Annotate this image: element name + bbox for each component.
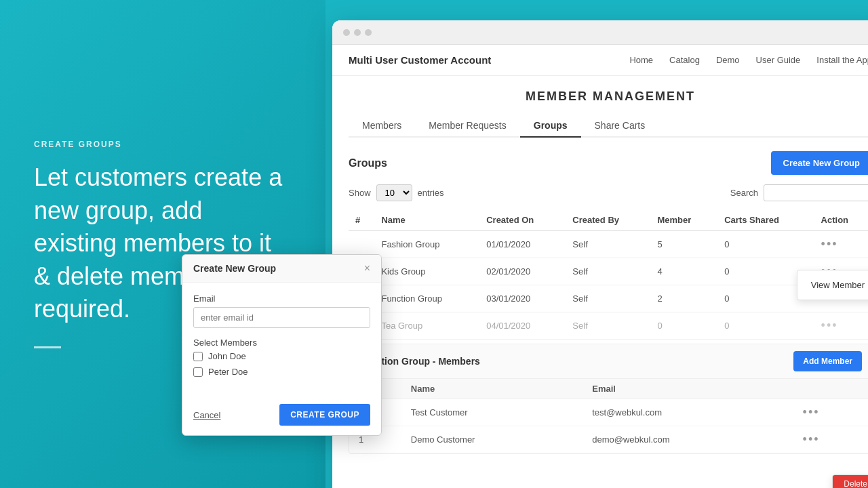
member-col-action bbox=[793, 379, 868, 399]
member-name: Demo Customer bbox=[401, 426, 583, 453]
select-members-form-group: Select Members John Doe Peter Doe bbox=[193, 338, 370, 377]
row-member: 5 bbox=[651, 231, 718, 258]
row-created-by: Self bbox=[566, 258, 650, 285]
list-item: 1 Demo Customer demo@webkul.com ••• bbox=[349, 426, 868, 453]
members-header: Function Group - Members Add Member bbox=[349, 344, 868, 379]
row-created-on: 02/01/2020 bbox=[479, 258, 566, 285]
john-doe-label: John Doe bbox=[208, 351, 246, 361]
row-carts-shared: 0 bbox=[717, 312, 814, 340]
app-brand: Multi User Customer Account bbox=[349, 54, 491, 66]
search-box: Search bbox=[730, 184, 868, 201]
dots-menu-icon[interactable]: ••• bbox=[803, 432, 820, 446]
section-subtitle: CREATE GROUPS bbox=[34, 140, 292, 149]
select-members-label: Select Members bbox=[193, 338, 370, 348]
context-menu: View Member bbox=[797, 270, 868, 300]
col-hash: # bbox=[349, 209, 374, 231]
row-member: 0 bbox=[651, 312, 718, 340]
divider bbox=[34, 346, 61, 348]
row-member: 4 bbox=[651, 258, 718, 285]
create-group-submit-button[interactable]: CREATE GROUP bbox=[279, 404, 370, 426]
show-entries: Show 10 25 50 entries bbox=[349, 184, 444, 201]
search-label: Search bbox=[730, 188, 758, 198]
tab-groups[interactable]: Groups bbox=[520, 115, 581, 138]
member-col-email: Email bbox=[583, 379, 793, 399]
nav-demo[interactable]: Demo bbox=[716, 55, 740, 65]
col-member: Member bbox=[651, 209, 718, 231]
peter-doe-label: Peter Doe bbox=[208, 367, 248, 377]
email-input[interactable] bbox=[193, 307, 370, 328]
entries-label: entries bbox=[418, 188, 444, 198]
table-row: Function Group 03/01/2020 Self 2 0 ••• bbox=[349, 285, 868, 312]
add-member-button[interactable]: Add Member bbox=[793, 351, 862, 371]
browser-dot-2 bbox=[354, 29, 361, 36]
member-checkbox-peter[interactable]: Peter Doe bbox=[193, 367, 370, 377]
entries-select[interactable]: 10 25 50 bbox=[376, 184, 412, 201]
checkbox-group: John Doe Peter Doe bbox=[193, 351, 370, 377]
member-email: test@webkul.com bbox=[583, 399, 793, 426]
table-row: Kids Group 02/01/2020 Self 4 0 ••• bbox=[349, 258, 868, 285]
dots-menu-icon[interactable]: ••• bbox=[821, 319, 838, 332]
app-nav: Multi User Customer Account Home Catalog… bbox=[332, 45, 868, 76]
create-new-group-button[interactable]: Create New Group bbox=[771, 151, 868, 175]
row-name: Function Group bbox=[374, 285, 479, 312]
row-action[interactable]: ••• bbox=[814, 312, 868, 340]
nav-catalog[interactable]: Catalog bbox=[669, 55, 700, 65]
col-name: Name bbox=[374, 209, 479, 231]
cancel-button[interactable]: Cancel bbox=[193, 410, 220, 420]
row-name: Tea Group bbox=[374, 312, 479, 340]
col-created-on: Created On bbox=[479, 209, 566, 231]
groups-title: Groups bbox=[349, 157, 387, 169]
page-title: MEMBER MANAGEMENT bbox=[349, 89, 868, 104]
tab-members[interactable]: Members bbox=[349, 115, 415, 138]
modal-body: Email Select Members John Doe Peter Doe bbox=[182, 283, 381, 397]
browser-dot-1 bbox=[343, 29, 350, 36]
modal-close-button[interactable]: × bbox=[364, 263, 370, 274]
browser-window: Multi User Customer Account Home Catalog… bbox=[332, 20, 868, 488]
email-label: Email bbox=[193, 293, 370, 304]
member-col-name: Name bbox=[401, 379, 583, 399]
row-carts-shared: 0 bbox=[717, 231, 814, 258]
john-doe-checkbox[interactable] bbox=[193, 352, 203, 361]
groups-table: # Name Created On Created By Member Cart… bbox=[349, 209, 868, 340]
show-label: Show bbox=[349, 188, 371, 198]
row-created-on: 04/01/2020 bbox=[479, 312, 566, 340]
table-row: Fashion Group 01/01/2020 Self 5 0 ••• bbox=[349, 231, 868, 258]
nav-install-app[interactable]: Install the App bbox=[816, 55, 868, 65]
dots-menu-icon[interactable]: ••• bbox=[803, 405, 820, 419]
email-form-group: Email bbox=[193, 293, 370, 328]
table-controls: Show 10 25 50 entries Search bbox=[349, 184, 868, 201]
col-action: Action bbox=[814, 209, 868, 231]
context-menu-view-member[interactable]: View Member bbox=[797, 274, 868, 296]
peter-doe-checkbox[interactable] bbox=[193, 367, 203, 377]
groups-section-header: Groups Create New Group bbox=[349, 151, 868, 175]
row-action[interactable]: ••• bbox=[814, 231, 868, 258]
main-content: MEMBER MANAGEMENT Members Member Request… bbox=[332, 76, 868, 468]
members-section: Function Group - Members Add Member # Na… bbox=[349, 344, 868, 454]
nav-user-guide[interactable]: User Guide bbox=[756, 55, 801, 65]
member-checkbox-john[interactable]: John Doe bbox=[193, 351, 370, 361]
search-input[interactable] bbox=[764, 184, 868, 201]
tab-member-requests[interactable]: Member Requests bbox=[415, 115, 519, 138]
col-carts-shared: Carts Shared bbox=[717, 209, 814, 231]
row-created-on: 03/01/2020 bbox=[479, 285, 566, 312]
row-created-by: Self bbox=[566, 312, 650, 340]
nav-links: Home Catalog Demo User Guide Install the… bbox=[629, 55, 868, 65]
member-action[interactable]: ••• bbox=[793, 426, 868, 453]
row-name: Kids Group bbox=[374, 258, 479, 285]
create-group-modal: Create New Group × Email Select Members … bbox=[182, 254, 382, 436]
row-created-on: 01/01/2020 bbox=[479, 231, 566, 258]
member-email: demo@webkul.com bbox=[583, 426, 793, 453]
modal-title: Create New Group bbox=[193, 263, 276, 274]
table-row partial-row: Tea Group 04/01/2020 Self 0 0 ••• bbox=[349, 312, 868, 340]
browser-chrome bbox=[332, 20, 868, 45]
dots-menu-icon[interactable]: ••• bbox=[821, 237, 838, 251]
row-created-by: Self bbox=[566, 285, 650, 312]
members-table: # Name Email 1 Test Customer test@webkul… bbox=[349, 379, 868, 453]
row-member: 2 bbox=[651, 285, 718, 312]
list-item: 1 Test Customer test@webkul.com ••• bbox=[349, 399, 868, 426]
member-action[interactable]: ••• bbox=[793, 399, 868, 426]
modal-footer: Cancel CREATE GROUP bbox=[182, 397, 381, 435]
tab-share-carts[interactable]: Share Carts bbox=[581, 115, 659, 138]
nav-home[interactable]: Home bbox=[629, 55, 653, 65]
browser-dot-3 bbox=[365, 29, 372, 36]
